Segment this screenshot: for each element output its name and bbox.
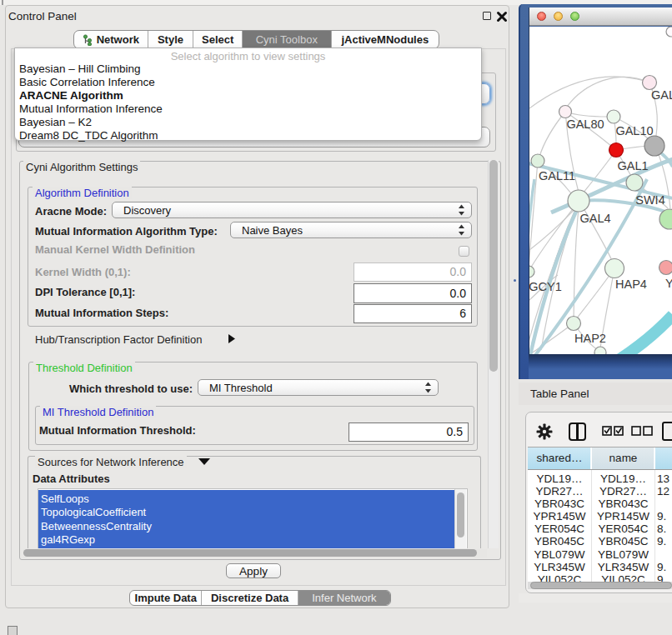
svg-text:GAL7: GAL7 bbox=[651, 88, 672, 102]
svg-text:SWI4: SWI4 bbox=[635, 193, 664, 207]
svg-text:GCY1: GCY1 bbox=[529, 280, 562, 293]
svg-text:GAL10: GAL10 bbox=[615, 124, 653, 138]
svg-text:HAP2: HAP2 bbox=[574, 332, 606, 345]
svg-text:GAL1: GAL1 bbox=[617, 159, 648, 172]
svg-text:GAL80: GAL80 bbox=[566, 118, 604, 131]
svg-text:GAL11: GAL11 bbox=[539, 169, 575, 182]
svg-text:GAL4: GAL4 bbox=[579, 212, 610, 225]
svg-text:HAP4: HAP4 bbox=[615, 278, 647, 291]
svg-text:YM: YM bbox=[665, 277, 672, 290]
